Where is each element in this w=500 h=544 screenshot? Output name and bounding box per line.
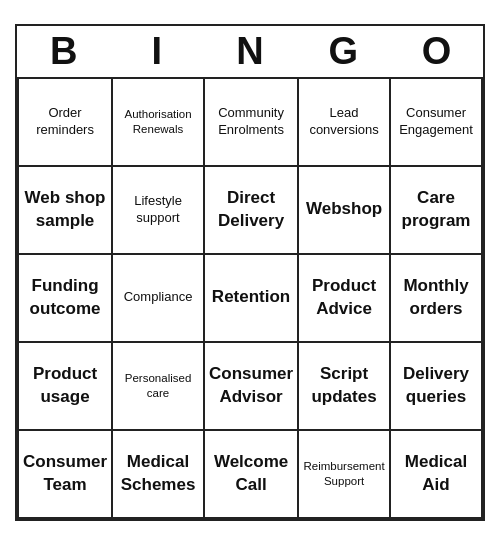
bingo-cell-9: Care program <box>391 167 483 255</box>
bingo-cell-21: Medical Schemes <box>113 431 205 519</box>
bingo-cell-12: Retention <box>205 255 299 343</box>
bingo-cell-15: Product usage <box>19 343 113 431</box>
bingo-cell-23: Reimbursement Support <box>299 431 391 519</box>
bingo-letter-g: G <box>297 30 390 73</box>
bingo-header: BINGO <box>17 26 483 79</box>
bingo-cell-0: Order reminders <box>19 79 113 167</box>
bingo-letter-i: I <box>110 30 203 73</box>
bingo-cell-4: Consumer Engagement <box>391 79 483 167</box>
bingo-cell-8: Webshop <box>299 167 391 255</box>
bingo-letter-n: N <box>203 30 296 73</box>
bingo-cell-14: Monthly orders <box>391 255 483 343</box>
bingo-cell-1: Authorisation Renewals <box>113 79 205 167</box>
bingo-letter-b: B <box>17 30 110 73</box>
bingo-cell-17: Consumer Advisor <box>205 343 299 431</box>
bingo-letter-o: O <box>390 30 483 73</box>
bingo-cell-13: Product Advice <box>299 255 391 343</box>
bingo-cell-20: Consumer Team <box>19 431 113 519</box>
bingo-cell-18: Script updates <box>299 343 391 431</box>
bingo-cell-24: Medical Aid <box>391 431 483 519</box>
bingo-cell-7: Direct Delivery <box>205 167 299 255</box>
bingo-cell-19: Delivery queries <box>391 343 483 431</box>
bingo-cell-2: Community Enrolments <box>205 79 299 167</box>
bingo-cell-5: Web shop sample <box>19 167 113 255</box>
bingo-cell-3: Lead conversions <box>299 79 391 167</box>
bingo-cell-6: Lifestyle support <box>113 167 205 255</box>
bingo-cell-16: Personalised care <box>113 343 205 431</box>
bingo-cell-10: Funding outcome <box>19 255 113 343</box>
bingo-cell-11: Compliance <box>113 255 205 343</box>
bingo-card: BINGO Order remindersAuthorisation Renew… <box>15 24 485 521</box>
bingo-grid: Order remindersAuthorisation RenewalsCom… <box>17 79 483 519</box>
bingo-cell-22: Welcome Call <box>205 431 299 519</box>
